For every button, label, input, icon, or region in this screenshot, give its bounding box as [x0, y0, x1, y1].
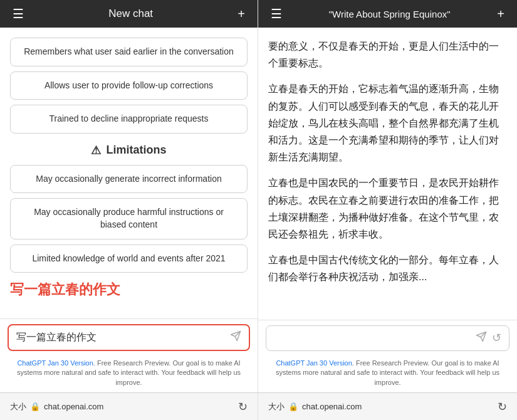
right-panel: ☰ "Write About Spring Equinox" + 要的意义，不仅…: [258, 0, 517, 392]
card-knowledge-limit: Limited knowledge of world and events af…: [10, 244, 248, 273]
right-para-2: 立春也是中国农民的一个重要节日，是农民开始耕作的标志。农民在立春之前要进行农田的…: [268, 174, 507, 243]
right-input-wrap: ↺: [258, 320, 517, 356]
right-refresh-button[interactable]: ↺: [492, 331, 501, 345]
right-footer: ChatGPT Jan 30 Version. Free Research Pr…: [258, 356, 517, 392]
card-incorrect-info: May occasionally generate incorrect info…: [10, 165, 248, 194]
right-content: 要的意义，不仅是春天的开始，更是人们生活中的一个重要标志。 立春是春天的开始，它…: [258, 28, 517, 320]
right-send-button[interactable]: [476, 331, 487, 345]
left-input-bar: [8, 324, 250, 351]
left-panel: ☰ New chat + Remembers what user said ea…: [0, 0, 258, 392]
right-bottom-bar: 大小 🔒 chat.openai.com ↻: [258, 392, 517, 420]
left-input-wrap: [0, 318, 258, 356]
right-topbar: ☰ "Write About Spring Equinox" +: [258, 0, 517, 28]
left-reload-button[interactable]: ↻: [238, 400, 248, 414]
left-content: Remembers what user said earlier in the …: [0, 28, 258, 318]
left-domain: chat.openai.com: [44, 402, 103, 411]
right-lock-icon: 🔒: [288, 402, 298, 411]
left-title: New chat: [108, 8, 153, 20]
bottom-bars: 大小 🔒 chat.openai.com ↻ 大小 🔒 chat.openai.…: [0, 392, 517, 420]
right-input[interactable]: [274, 333, 476, 344]
card-followup: Allows user to provide follow-up correct…: [10, 71, 248, 100]
left-size-label: 大小: [10, 401, 26, 412]
right-title: "Write About Spring Equinox": [329, 9, 451, 19]
left-input[interactable]: [16, 332, 225, 343]
card-decline: Trained to decline inappropriate request…: [10, 105, 248, 134]
right-icon-group: ↺: [476, 331, 501, 345]
right-input-bar: ↺: [266, 325, 509, 351]
right-addr-area: 大小 🔒 chat.openai.com: [268, 401, 362, 412]
right-menu-button[interactable]: ☰: [268, 4, 285, 24]
right-para-3: 立春也是中国古代传统文化的一部分。每年立春，人们都会举行各种庆祝活动，加强亲..…: [268, 251, 507, 285]
limitations-label: Limitations: [106, 144, 166, 157]
right-footer-link[interactable]: ChatGPT Jan 30 Version: [276, 359, 352, 367]
limitations-header: ⚠ Limitations: [10, 144, 248, 157]
left-footer-link[interactable]: ChatGPT Jan 30 Version: [17, 359, 93, 367]
left-topbar: ☰ New chat +: [0, 0, 258, 28]
input-hint-text: 写一篇立春的作文: [10, 278, 248, 302]
card-remembers: Remembers what user said earlier in the …: [10, 38, 248, 66]
left-addr-area: 大小 🔒 chat.openai.com: [10, 401, 103, 412]
right-para-1: 立春是春天的开始，它标志着气温的逐渐升高，生物的复苏。人们可以感受到春天的气息，…: [268, 80, 507, 165]
left-bottom-bar: 大小 🔒 chat.openai.com ↻: [0, 392, 258, 420]
card-harmful: May occasionally produce harmful instruc…: [10, 198, 248, 239]
left-send-button[interactable]: [225, 330, 241, 345]
left-menu-button[interactable]: ☰: [10, 4, 26, 24]
right-size-label: 大小: [268, 401, 285, 412]
right-reload-button[interactable]: ↻: [498, 400, 507, 414]
left-footer: ChatGPT Jan 30 Version. Free Research Pr…: [0, 356, 258, 392]
right-new-chat-button[interactable]: +: [494, 4, 507, 24]
right-domain: chat.openai.com: [302, 402, 362, 411]
left-new-chat-button[interactable]: +: [235, 4, 248, 24]
left-lock-icon: 🔒: [30, 402, 40, 411]
right-para-0: 要的意义，不仅是春天的开始，更是人们生活中的一个重要标志。: [268, 38, 507, 71]
warning-icon: ⚠: [91, 144, 101, 157]
